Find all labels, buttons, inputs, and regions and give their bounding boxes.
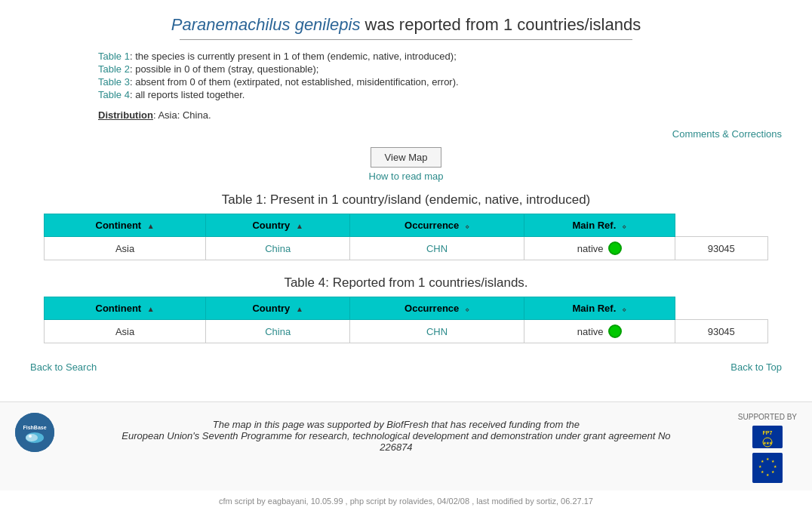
svg-point-4 (29, 435, 32, 438)
supported-by-label: SUPPORTED BY (738, 413, 797, 421)
table-row: AsiaChinaCHNnative93045 (45, 320, 768, 343)
table4-title: Table 4: Reported from 1 countries/islan… (23, 275, 789, 291)
footer-logo: FishBase (15, 413, 54, 452)
table3-text: : absent from 0 of them (extirpated, not… (130, 76, 459, 88)
t4-country-sort-icon[interactable]: ▲ (296, 305, 303, 313)
native-indicator (608, 241, 622, 255)
bottom-links: Back to Search Back to Top (23, 358, 789, 376)
table4-col-occurrence[interactable]: Occurrence ⬦ (350, 297, 524, 320)
info-line-2: Table 2: possible in 0 of them (stray, q… (98, 63, 789, 75)
table1-header-row: Continent ▲ Country ▲ Occurrence ⬦ Main … (45, 214, 768, 237)
native-indicator (608, 324, 622, 338)
table2-text: : possible in 0 of them (stray, question… (130, 63, 319, 75)
footer-section: FishBase The map in this page was suppor… (0, 401, 812, 491)
back-to-search-link[interactable]: Back to Search (30, 361, 97, 373)
continent-sort-icon[interactable]: ▲ (147, 222, 155, 230)
table1-col-occurrence[interactable]: Occurrence ⬦ (350, 214, 524, 237)
table1-col-continent[interactable]: Continent ▲ (45, 214, 206, 237)
table1-text: : the species is currently present in 1 … (130, 51, 457, 62)
country-code-cell: CHN (350, 237, 524, 260)
info-line-3: Table 3: absent from 0 of them (extirpat… (98, 76, 789, 88)
species-name: Paranemachilus genilepis (171, 15, 361, 34)
country-cell: China (206, 320, 350, 343)
country-code-cell: CHN (350, 320, 524, 343)
view-map-section: View Map (23, 147, 789, 168)
table4: Continent ▲ Country ▲ Occurrence ⬦ Main … (44, 297, 768, 343)
country-cell: China (206, 237, 350, 260)
table4-header-row: Continent ▲ Country ▲ Occurrence ⬦ Main … (45, 297, 768, 320)
occurrence-cell: native (524, 237, 675, 260)
table4-col-mainref[interactable]: Main Ref. ⬦ (524, 297, 675, 320)
occurrence-sort-icon[interactable]: ⬦ (465, 222, 469, 230)
main-ref-cell: 93045 (675, 320, 767, 343)
footer-em: The map in this page was supported by Bi… (121, 419, 670, 453)
main-ref-cell: 93045 (675, 237, 767, 260)
info-line-4: Table 4: all reports listed together. (98, 89, 789, 100)
table3-link[interactable]: Table 3 (98, 76, 130, 88)
distribution: Distribution: Asia: China. (98, 109, 789, 121)
how-to-read: How to read map (23, 171, 789, 182)
country-code-link[interactable]: CHN (426, 326, 448, 337)
table-row: AsiaChinaCHNnative93045 (45, 237, 768, 260)
distribution-label: Distribution (98, 109, 153, 121)
svg-text:FishBase: FishBase (23, 425, 46, 430)
table1-col-country[interactable]: Country ▲ (206, 214, 350, 237)
table4-col-continent[interactable]: Continent ▲ (45, 297, 206, 320)
distribution-value: : Asia: China. (153, 109, 211, 121)
occurrence-text: native (577, 326, 604, 337)
table1: Continent ▲ Country ▲ Occurrence ⬦ Main … (44, 214, 768, 260)
occurrence-text: native (577, 243, 604, 254)
continent-cell: Asia (45, 237, 206, 260)
info-line-1: Table 1: the species is currently presen… (98, 51, 789, 62)
mainref-sort-icon[interactable]: ⬦ (622, 222, 626, 230)
table4-text: : all reports listed together. (130, 89, 245, 100)
title-rest: was reported from 1 countries/islands (360, 15, 641, 34)
eu-logo: ★ ★ ★ ★ ★ ★ ★ ★ (752, 453, 783, 483)
country-sort-icon[interactable]: ▲ (296, 222, 303, 230)
table4-link[interactable]: Table 4 (98, 89, 130, 100)
country-code-link[interactable]: CHN (426, 243, 448, 254)
footer-right: SUPPORTED BY FP7 ★★★ ★ ★ ★ ★ ★ ★ ★ (738, 413, 797, 483)
svg-text:FP7: FP7 (762, 430, 772, 435)
t4-occurrence-sort-icon[interactable]: ⬦ (465, 305, 469, 313)
back-to-top-link[interactable]: Back to Top (730, 361, 782, 373)
table1-link[interactable]: Table 1 (98, 51, 130, 62)
cfm-script: cfm script by eagbayani, 10.05.99 , php … (0, 491, 812, 509)
t4-continent-sort-icon[interactable]: ▲ (147, 305, 155, 313)
svg-point-3 (26, 434, 38, 441)
country-link[interactable]: China (265, 326, 291, 337)
page-title: Paranemachilus genilepis was reported fr… (23, 15, 789, 35)
table2-link[interactable]: Table 2 (98, 63, 130, 75)
footer-text: The map in this page was supported by Bi… (62, 413, 730, 453)
country-link[interactable]: China (265, 243, 291, 254)
comments-corrections: Comments & Corrections (23, 128, 782, 140)
view-map-button[interactable]: View Map (371, 147, 442, 168)
occurrence-cell: native (524, 320, 675, 343)
how-to-read-link[interactable]: How to read map (369, 171, 444, 182)
info-section: Table 1: the species is currently presen… (98, 51, 789, 100)
table4-col-country[interactable]: Country ▲ (206, 297, 350, 320)
fishbase-logo: FishBase (15, 413, 54, 452)
t4-mainref-sort-icon[interactable]: ⬦ (622, 305, 626, 313)
comments-corrections-link[interactable]: Comments & Corrections (672, 128, 782, 140)
svg-text:★★★: ★★★ (763, 441, 773, 445)
title-divider (180, 39, 632, 40)
continent-cell: Asia (45, 320, 206, 343)
fp7-logo: FP7 ★★★ (752, 426, 783, 448)
table1-col-mainref[interactable]: Main Ref. ⬦ (524, 214, 675, 237)
table1-title: Table 1: Present in 1 country/island (en… (23, 192, 789, 208)
